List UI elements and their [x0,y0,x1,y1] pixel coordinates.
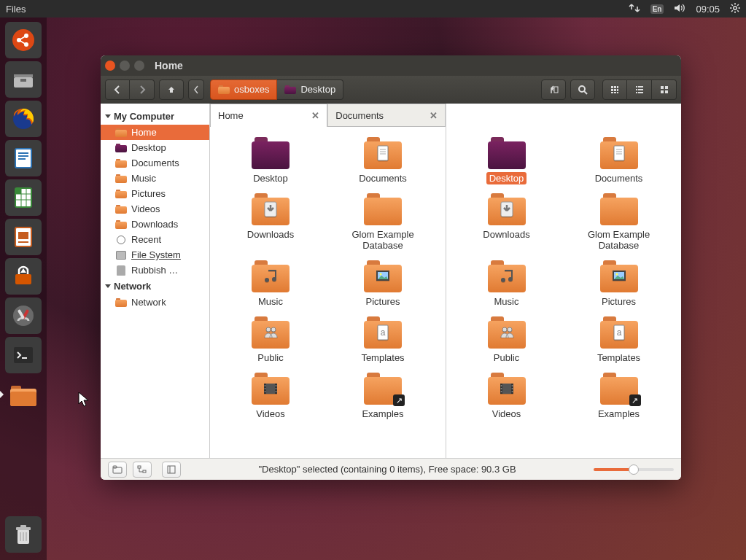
launcher-software[interactable] [5,258,42,295]
file-item[interactable]: Documents [328,134,438,187]
forward-button[interactable] [130,79,155,100]
sidebar-group-header[interactable]: Network [101,278,209,295]
svg-rect-66 [661,86,664,89]
tab-home[interactable]: Home✕ [210,104,327,127]
files-window: Home osboxesDesktop My ComputerHomeDeskt… [101,55,681,480]
tree-button[interactable] [133,462,152,478]
close-sidebar-button[interactable] [162,462,181,478]
maximize-button[interactable] [134,61,144,71]
file-item[interactable]: Videos [216,370,325,423]
svg-rect-53 [617,86,618,88]
file-item[interactable]: Downloads [452,190,562,254]
sidebar-item-recent[interactable]: Recent [101,232,209,247]
icon-grid-right[interactable]: DesktopDocumentsDownloadsGlom Example Da… [446,127,682,458]
sidebar-group-header[interactable]: My Computer [101,108,209,125]
folder-icon [115,190,127,198]
sound-icon[interactable] [674,4,685,15]
sidebar-item-home[interactable]: Home [101,125,209,140]
sidebar-item-music[interactable]: Music [101,171,209,186]
pane-right: DesktopDocumentsDownloadsGlom Example Da… [446,104,682,458]
icon-grid-left[interactable]: DesktopDocumentsDownloadsGlom Example Da… [210,127,446,458]
folder-icon [599,373,640,405]
menubar-app-label[interactable]: Files [6,4,26,15]
up-button[interactable] [159,79,184,100]
launcher-impress[interactable] [5,219,42,255]
file-item[interactable]: Documents [564,134,674,187]
svg-rect-22 [18,155,28,157]
search-button[interactable] [570,79,595,100]
file-label: Examples [595,408,642,420]
file-item[interactable]: Videos [452,370,562,423]
path-segment[interactable]: osboxes [210,79,277,100]
sidebar-item-pictures[interactable]: Pictures [101,186,209,201]
view-icons-button[interactable] [602,79,627,100]
launcher-files-alt[interactable] [5,61,42,98]
file-item[interactable]: Examples [328,370,438,423]
svg-point-81 [271,327,276,332]
file-item[interactable]: Examples [564,370,674,423]
close-tab-icon[interactable]: ✕ [311,110,319,121]
file-item[interactable]: Glom Example Database [328,190,438,254]
sidebar-item-network[interactable]: Network [101,295,209,310]
file-item[interactable]: Music [452,257,562,311]
file-item[interactable]: aTemplates [564,314,674,367]
launcher-writer[interactable] [5,140,42,176]
file-item[interactable]: aTemplates [328,314,438,367]
gear-icon[interactable] [730,3,740,15]
file-label: Pictures [599,295,639,308]
sidebar-item-rubbish-[interactable]: Rubbish … [101,262,209,278]
svg-rect-62 [636,89,637,90]
svg-point-110 [500,385,502,386]
launcher-calc[interactable] [5,179,42,216]
minimize-button[interactable] [120,61,130,71]
launcher-terminal[interactable] [5,337,42,373]
sidebar-item-videos[interactable]: Videos [101,201,209,217]
svg-rect-52 [614,86,616,88]
file-item[interactable]: Public [452,314,562,367]
path-toggle-button[interactable] [188,79,204,100]
svg-point-115 [511,391,513,392]
sidebar-item-downloads[interactable]: Downloads [101,217,209,232]
view-list-button[interactable] [627,79,652,100]
close-tab-icon[interactable]: ✕ [430,110,438,121]
svg-point-98 [501,278,505,282]
folder-icon [599,193,640,225]
keyboard-indicator[interactable]: En [650,4,664,14]
file-item[interactable]: Music [216,257,325,311]
view-compact-button[interactable] [652,79,677,100]
status-text: "Desktop" selected (containing 0 items),… [187,464,588,475]
file-item[interactable]: Glom Example Database [564,190,674,254]
svg-rect-55 [614,89,616,91]
titlebar[interactable]: Home [101,55,681,76]
path-segment[interactable]: Desktop [277,79,343,100]
file-item[interactable]: Public [216,314,325,367]
network-icon[interactable] [629,4,640,15]
sidebar-item-desktop[interactable]: Desktop [101,140,209,155]
clock[interactable]: 09:05 [696,4,720,15]
launcher-files[interactable] [5,376,42,413]
toggle-pane-button[interactable] [541,79,566,100]
svg-rect-59 [617,92,618,93]
file-label: Music [255,295,286,308]
zoom-slider[interactable] [594,468,674,471]
launcher-settings[interactable] [5,298,42,334]
back-button[interactable] [105,79,130,100]
file-item[interactable]: Downloads [216,190,325,254]
svg-point-49 [579,86,585,92]
file-item[interactable]: Pictures [564,257,674,311]
svg-rect-60 [636,86,637,88]
file-label: Videos [253,408,288,420]
launcher-firefox[interactable] [5,101,42,137]
file-item[interactable]: Pictures [328,257,438,311]
sidebar-item-documents[interactable]: Documents [101,155,209,171]
close-button[interactable] [105,61,115,71]
svg-rect-64 [636,92,637,93]
places-button[interactable] [108,462,127,478]
file-item[interactable]: Desktop [452,134,562,187]
launcher-trash[interactable] [5,516,42,553]
file-item[interactable]: Desktop [216,134,325,187]
sidebar-item-file-system[interactable]: File System [101,247,209,262]
tab-documents[interactable]: Documents✕ [327,104,445,127]
svg-rect-57 [611,92,613,93]
launcher-dash[interactable] [5,22,42,58]
